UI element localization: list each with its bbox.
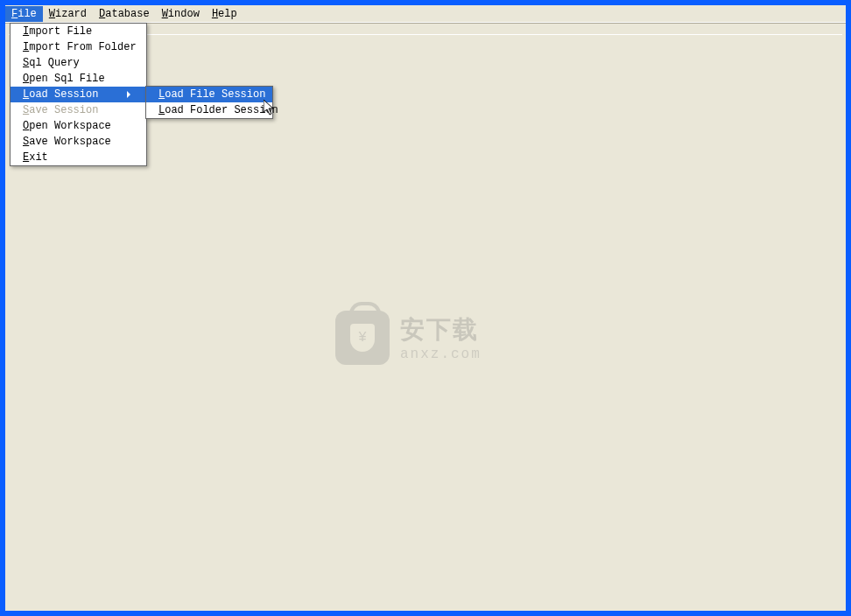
menuitem-open-sql-file-label: Open Sql File: [23, 73, 105, 85]
menubar: File Wizard Database Window Help: [5, 5, 846, 23]
menuitem-save-workspace-label: Save Workspace: [23, 136, 111, 148]
menuitem-load-session[interactable]: Load Session: [11, 87, 146, 102]
menu-database[interactable]: Database: [93, 6, 156, 22]
menuitem-load-file-session-label: Load File Session: [158, 88, 265, 101]
watermark-bag-icon: ¥: [335, 311, 390, 365]
menuitem-save-session-label: Save Session: [23, 104, 98, 116]
menuitem-sql-query-label: Sql Query: [23, 57, 80, 69]
menu-window[interactable]: Window: [156, 6, 206, 22]
menuitem-open-workspace[interactable]: Open Workspace: [11, 118, 146, 134]
menuitem-open-workspace-label: Open Workspace: [23, 120, 111, 132]
watermark-cn: 安下载: [400, 313, 482, 346]
menu-window-label: Window: [162, 8, 200, 20]
menu-file-label: File: [11, 8, 37, 20]
menu-file[interactable]: File: [5, 6, 43, 22]
menu-wizard-label: Wizard: [49, 8, 87, 20]
menuitem-exit-label: Exit: [23, 151, 48, 164]
watermark-text: 安下载 anxz.com: [400, 313, 482, 362]
menuitem-import-file-label: Import File: [23, 25, 92, 38]
menuitem-save-session: Save Session: [11, 102, 146, 118]
menu-help[interactable]: Help: [206, 6, 243, 22]
menuitem-load-folder-session-label: Load Folder Session: [158, 104, 278, 116]
menuitem-open-sql-file[interactable]: Open Sql File: [11, 71, 146, 87]
menuitem-import-folder-label: Import From Folder: [23, 41, 137, 53]
menuitem-exit[interactable]: Exit: [11, 150, 146, 165]
window-frame: File Wizard Database Window Help ¥ 安下载 a…: [2, 2, 849, 614]
menuitem-load-session-label: Load Session: [23, 88, 98, 101]
menuitem-import-folder[interactable]: Import From Folder: [11, 39, 146, 55]
menuitem-sql-query[interactable]: Sql Query: [11, 55, 146, 71]
menu-help-label: Help: [212, 8, 237, 20]
menu-database-label: Database: [99, 8, 150, 20]
chevron-right-icon: [127, 91, 130, 98]
menuitem-load-folder-session[interactable]: Load Folder Session: [146, 102, 272, 118]
menuitem-load-file-session[interactable]: Load File Session: [146, 87, 272, 102]
watermark-en: anxz.com: [400, 346, 482, 362]
menuitem-save-workspace[interactable]: Save Workspace: [11, 134, 146, 150]
watermark-shield-icon: ¥: [350, 324, 375, 352]
menuitem-import-file[interactable]: Import File: [11, 24, 146, 39]
menu-wizard[interactable]: Wizard: [43, 6, 93, 22]
watermark: ¥ 安下载 anxz.com: [335, 311, 482, 365]
file-dropdown: Import File Import From Folder Sql Query…: [10, 23, 147, 166]
load-session-submenu: Load File Session Load Folder Session: [145, 86, 273, 119]
